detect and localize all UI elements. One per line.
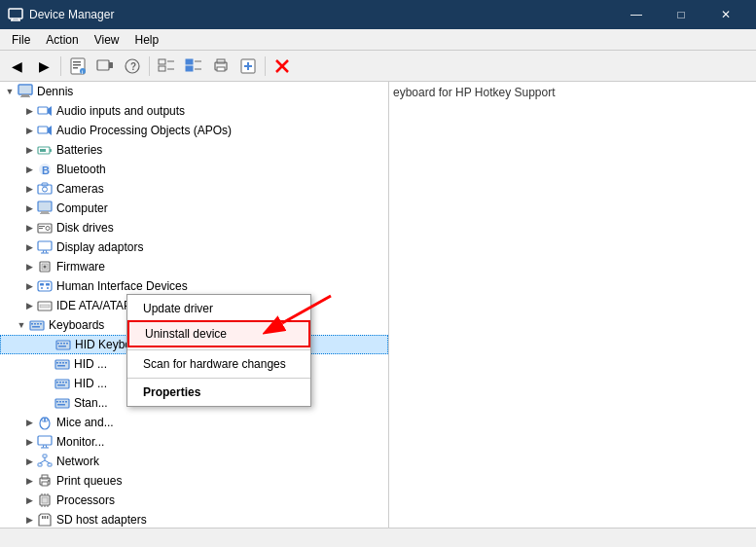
svg-rect-18 bbox=[186, 59, 193, 64]
bluetooth-label: Bluetooth bbox=[56, 163, 106, 176]
print-button[interactable] bbox=[208, 55, 234, 78]
delete-button[interactable] bbox=[270, 55, 295, 78]
minimize-button[interactable]: — bbox=[614, 0, 659, 29]
svg-rect-86 bbox=[56, 382, 58, 383]
expand-icon: ▶ bbox=[21, 103, 37, 119]
expand-icon: ▶ bbox=[21, 492, 37, 508]
ctx-scan-hardware[interactable]: Scan for hardware changes bbox=[127, 352, 310, 376]
svg-text:B: B bbox=[42, 164, 50, 176]
scan-button[interactable] bbox=[92, 55, 118, 78]
keyboards-icon bbox=[29, 317, 45, 333]
svg-rect-113 bbox=[42, 482, 48, 486]
svg-point-44 bbox=[43, 187, 48, 192]
expand-icon: ▶ bbox=[21, 201, 37, 216]
menu-help[interactable]: Help bbox=[127, 31, 167, 49]
svg-rect-76 bbox=[63, 343, 65, 345]
menu-view[interactable]: View bbox=[87, 31, 127, 49]
hid3-label: HID ... bbox=[74, 377, 107, 390]
svg-rect-47 bbox=[41, 211, 49, 213]
ctx-properties[interactable]: Properties bbox=[127, 381, 310, 404]
expand-button[interactable] bbox=[154, 55, 179, 78]
menu-bar: File Action View Help bbox=[0, 29, 756, 51]
tree-item-display[interactable]: ▶ Display adaptors bbox=[0, 237, 388, 257]
apo-label: Audio Processing Objects (APOs) bbox=[56, 124, 232, 137]
svg-rect-84 bbox=[57, 365, 65, 367]
forward-button[interactable]: ▶ bbox=[31, 55, 56, 78]
toolbar-separator-3 bbox=[265, 56, 266, 76]
svg-rect-116 bbox=[42, 497, 48, 503]
properties-button[interactable]: i bbox=[65, 55, 90, 78]
maximize-button[interactable]: □ bbox=[659, 0, 703, 29]
svg-rect-72 bbox=[32, 326, 40, 328]
detail-text: eyboard for HP Hotkey Support bbox=[393, 86, 556, 99]
hid2-icon bbox=[54, 356, 70, 372]
tree-item-cameras[interactable]: ▶ Cameras bbox=[0, 179, 388, 199]
svg-rect-52 bbox=[39, 228, 43, 229]
expand-icon: ▶ bbox=[21, 123, 37, 138]
tree-item-bluetooth[interactable]: ▶ B Bluetooth bbox=[0, 160, 388, 179]
svg-rect-107 bbox=[48, 463, 52, 466]
expand-icon bbox=[39, 356, 54, 372]
collapse-button[interactable] bbox=[181, 55, 206, 78]
window-controls: — □ ✕ bbox=[614, 0, 748, 29]
svg-rect-11 bbox=[109, 62, 113, 68]
svg-rect-32 bbox=[20, 96, 30, 97]
close-button[interactable]: ✕ bbox=[703, 0, 748, 29]
svg-rect-85 bbox=[55, 380, 69, 388]
device-tree[interactable]: ▼ Dennis ▶ Audio inputs and outputs bbox=[0, 82, 389, 528]
svg-rect-74 bbox=[57, 343, 59, 345]
properties-label: Properties bbox=[143, 385, 200, 399]
cameras-icon bbox=[37, 181, 53, 197]
tree-item-print[interactable]: ▶ Print queues bbox=[0, 471, 388, 491]
tree-root[interactable]: ▼ Dennis bbox=[0, 82, 388, 101]
svg-point-59 bbox=[44, 266, 47, 269]
expand-icon: ▶ bbox=[21, 220, 37, 236]
menu-file[interactable]: File bbox=[4, 31, 38, 49]
standard-icon bbox=[54, 395, 70, 411]
tree-item-processors[interactable]: ▶ Processors bbox=[0, 491, 388, 510]
tree-item-apo[interactable]: ▶ Audio Processing Objects (APOs) bbox=[0, 121, 388, 140]
svg-rect-60 bbox=[38, 281, 52, 291]
svg-rect-70 bbox=[37, 323, 39, 325]
expand-icon bbox=[39, 395, 54, 411]
disk-label: Disk drives bbox=[56, 221, 114, 235]
svg-rect-39 bbox=[50, 149, 52, 152]
tree-item-firmware[interactable]: ▶ Firmware bbox=[0, 257, 388, 276]
back-button[interactable]: ◀ bbox=[4, 55, 29, 78]
expand-keyboards-icon: ▼ bbox=[14, 317, 29, 333]
svg-rect-92 bbox=[56, 401, 58, 403]
sd-label: SD host adapters bbox=[56, 513, 147, 527]
help-button[interactable]: ? bbox=[120, 55, 145, 78]
computer-icon bbox=[18, 84, 33, 99]
batteries-label: Batteries bbox=[56, 143, 102, 157]
expand-icon bbox=[40, 337, 55, 352]
svg-rect-75 bbox=[60, 343, 62, 345]
tree-item-network[interactable]: ▶ Network bbox=[0, 452, 388, 471]
ctx-uninstall-device[interactable]: Uninstall device bbox=[127, 320, 310, 347]
print-icon bbox=[37, 473, 53, 489]
display-label: Display adaptors bbox=[56, 240, 143, 254]
tree-item-mice[interactable]: ▶ Mice and... bbox=[0, 413, 388, 432]
svg-rect-34 bbox=[38, 107, 48, 114]
expand-icon: ▶ bbox=[21, 512, 37, 528]
ctx-update-driver[interactable]: Update driver bbox=[127, 297, 310, 320]
menu-action[interactable]: Action bbox=[38, 31, 86, 49]
tree-item-hid[interactable]: ▶ Human Interface Devices bbox=[0, 276, 388, 296]
tree-item-sd[interactable]: ▶ SD host adapters bbox=[0, 510, 388, 528]
tree-item-disk[interactable]: ▶ Disk drives bbox=[0, 218, 388, 237]
svg-rect-73 bbox=[56, 341, 70, 349]
add-button[interactable] bbox=[235, 55, 261, 78]
tree-item-audio-inputs[interactable]: ▶ Audio inputs and outputs bbox=[0, 101, 388, 121]
svg-rect-10 bbox=[97, 60, 109, 70]
svg-rect-83 bbox=[65, 362, 67, 364]
svg-rect-106 bbox=[38, 463, 42, 466]
svg-rect-66 bbox=[40, 305, 50, 308]
computer-label: Computer bbox=[56, 201, 108, 215]
ide-icon bbox=[37, 298, 53, 313]
svg-rect-123 bbox=[42, 516, 44, 519]
audio-inputs-label: Audio inputs and outputs bbox=[56, 104, 185, 118]
svg-rect-7 bbox=[73, 67, 78, 69]
tree-item-batteries[interactable]: ▶ Batteries bbox=[0, 140, 388, 160]
tree-item-monitors[interactable]: ▶ Monitor... bbox=[0, 432, 388, 452]
tree-item-computer[interactable]: ▶ Computer bbox=[0, 199, 388, 218]
